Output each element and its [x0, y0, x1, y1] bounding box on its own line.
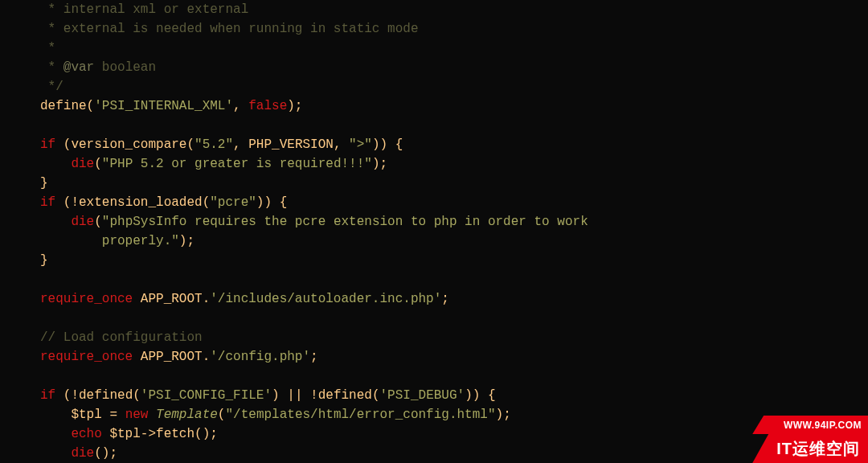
keyword-die: die — [71, 215, 94, 229]
keyword-require-once: require_once — [40, 350, 133, 364]
keyword-if: if — [40, 195, 55, 210]
watermark-url: WWW.94IP.COM — [752, 416, 868, 434]
doc-tag: @var — [63, 60, 94, 75]
comment-line: boolean — [94, 60, 156, 75]
string-literal: "5.2" — [194, 137, 233, 152]
string-literal: 'PSI_CONFIG_FILE' — [141, 388, 272, 403]
func-version-compare: version_compare — [71, 137, 186, 152]
func-defined: defined — [79, 388, 133, 403]
comment-line: * — [40, 41, 55, 55]
string-literal: "pcre" — [210, 195, 256, 210]
keyword-die: die — [71, 157, 94, 171]
brace-close: } — [40, 176, 48, 191]
keyword-echo: echo — [71, 427, 101, 441]
string-literal: ">" — [349, 137, 372, 152]
watermark: WWW.94IP.COM IT运维空间 — [752, 416, 868, 463]
keyword-if: if — [40, 137, 55, 152]
keyword-new: new — [125, 408, 149, 422]
keyword-false: false — [248, 99, 287, 113]
func-define: define — [40, 99, 87, 113]
code-block: * internal xml or external * external is… — [0, 0, 868, 463]
string-literal: "PHP 5.2 or greater is required!!!" — [102, 157, 372, 171]
brace-close: } — [40, 253, 48, 268]
func-extension-loaded: extension_loaded — [79, 195, 203, 210]
method-fetch: fetch — [156, 427, 194, 441]
string-literal: "phpSysInfo requires the pcre extension … — [102, 215, 588, 229]
class-template: Template — [156, 408, 218, 422]
string-literal: '/config.php' — [210, 350, 310, 364]
func-defined: defined — [318, 388, 372, 403]
keyword-die: die — [71, 446, 94, 461]
comment-line: * external is needed when running in sta… — [40, 22, 418, 36]
string-literal: 'PSI_INTERNAL_XML' — [94, 99, 233, 113]
comment-line: * — [40, 60, 63, 75]
watermark-brand: IT运维空间 — [752, 434, 868, 463]
comment-close: */ — [40, 80, 63, 94]
string-literal: 'PSI_DEBUG' — [380, 388, 465, 403]
comment-line: * internal xml or external — [40, 2, 248, 17]
keyword-if: if — [40, 388, 55, 403]
comment-line: // Load configuration — [40, 330, 203, 345]
string-literal: '/includes/autoloader.inc.php' — [210, 292, 441, 306]
keyword-require-once: require_once — [40, 292, 133, 306]
string-literal: "/templates/html/error_config.html" — [225, 408, 495, 422]
string-literal: properly." — [40, 234, 179, 248]
